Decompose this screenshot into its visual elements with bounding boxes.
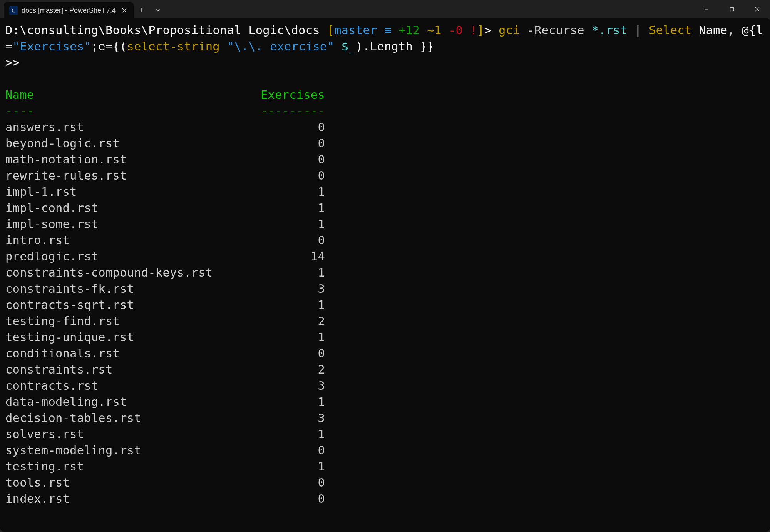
- cell-exercises: 0: [252, 491, 325, 507]
- cell-exercises: 1: [252, 426, 325, 442]
- table-header-underline: ---- ---------: [5, 103, 765, 119]
- cell-exercises: 14: [252, 248, 325, 265]
- cell-exercises: 3: [252, 378, 325, 394]
- table-row: contracts-sqrt.rst1: [5, 297, 765, 313]
- cell-exercises: 0: [252, 135, 325, 152]
- table-row: tools.rst0: [5, 475, 765, 491]
- tab-dropdown-button[interactable]: [150, 2, 166, 18]
- table-row: data-modeling.rst1: [5, 394, 765, 410]
- cell-name: intro.rst: [5, 232, 252, 248]
- git-behind: ~1: [427, 23, 441, 37]
- table-row: constraints.rst2: [5, 362, 765, 378]
- cell-name: contracts-sqrt.rst: [5, 297, 252, 313]
- prompt-path: D:\consulting\Books\Propositional Logic\…: [5, 23, 320, 37]
- cell-name: constraints-fk.rst: [5, 281, 252, 297]
- cell-name: index.rst: [5, 491, 252, 507]
- cell-name: testing-find.rst: [5, 313, 252, 329]
- table-row: rewrite-rules.rst0: [5, 168, 765, 184]
- cell-exercises: 1: [252, 265, 325, 281]
- tab-close-button[interactable]: [120, 6, 129, 15]
- minimize-button[interactable]: [694, 0, 719, 18]
- cell-name: system-modeling.rst: [5, 442, 252, 459]
- cell-exercises: 1: [252, 200, 325, 216]
- git-dirty: !: [470, 23, 477, 37]
- table-row: decision-tables.rst3: [5, 410, 765, 426]
- table-row: conditionals.rst0: [5, 345, 765, 362]
- header-name: Name: [5, 87, 252, 103]
- cell-exercises: 3: [252, 281, 325, 297]
- cell-name: impl-some.rst: [5, 216, 252, 232]
- cell-name: impl-cond.rst: [5, 200, 252, 216]
- table-row: constraints-fk.rst3: [5, 281, 765, 297]
- svg-rect-0: [730, 8, 734, 11]
- table-row: predlogic.rst14: [5, 248, 765, 265]
- cell-exercises: 0: [252, 152, 325, 168]
- cell-exercises: 0: [252, 345, 325, 362]
- header-exercises: Exercises: [252, 87, 325, 103]
- cell-exercises: 2: [252, 362, 325, 378]
- cell-name: constraints.rst: [5, 362, 252, 378]
- table-header: Name Exercises: [5, 87, 765, 103]
- tab-title: docs [master] - PowerShell 7.4: [22, 7, 116, 15]
- cell-name: conditionals.rst: [5, 345, 252, 362]
- cell-exercises: 1: [252, 297, 325, 313]
- table-row: index.rst0: [5, 491, 765, 507]
- cell-exercises: 1: [252, 459, 325, 475]
- table-row: impl-1.rst1: [5, 184, 765, 200]
- new-tab-button[interactable]: [134, 2, 150, 18]
- table-row: testing-unique.rst1: [5, 329, 765, 345]
- cell-name: beyond-logic.rst: [5, 135, 252, 152]
- tab-strip: docs [master] - PowerShell 7.4: [0, 0, 166, 18]
- cell-exercises: 1: [252, 184, 325, 200]
- cell-name: data-modeling.rst: [5, 394, 252, 410]
- cell-name: constraints-compound-keys.rst: [5, 265, 252, 281]
- cell-exercises: 0: [252, 168, 325, 184]
- cell-exercises: 3: [252, 410, 325, 426]
- active-tab[interactable]: docs [master] - PowerShell 7.4: [4, 2, 134, 18]
- window-titlebar: docs [master] - PowerShell 7.4: [0, 0, 770, 18]
- table-row: impl-cond.rst1: [5, 200, 765, 216]
- prompt-line: D:\consulting\Books\Propositional Logic\…: [5, 22, 765, 71]
- table-row: math-notation.rst0: [5, 152, 765, 168]
- table-row: beyond-logic.rst0: [5, 135, 765, 152]
- powershell-icon: [9, 6, 18, 15]
- cell-exercises: 0: [252, 475, 325, 491]
- cell-name: testing-unique.rst: [5, 329, 252, 345]
- table-row: intro.rst0: [5, 232, 765, 248]
- table-row: contracts.rst3: [5, 378, 765, 394]
- cell-name: math-notation.rst: [5, 152, 252, 168]
- cell-exercises: 1: [252, 394, 325, 410]
- cell-name: contracts.rst: [5, 378, 252, 394]
- cell-name: solvers.rst: [5, 426, 252, 442]
- table-row: answers.rst0: [5, 119, 765, 135]
- output-table: Name Exercises ---- --------- answers.rs…: [5, 87, 765, 507]
- terminal-content[interactable]: D:\consulting\Books\Propositional Logic\…: [0, 18, 770, 532]
- cell-name: impl-1.rst: [5, 184, 252, 200]
- cell-name: answers.rst: [5, 119, 252, 135]
- cell-exercises: 0: [252, 119, 325, 135]
- close-button[interactable]: [745, 0, 770, 18]
- cell-name: decision-tables.rst: [5, 410, 252, 426]
- table-row: testing-find.rst2: [5, 313, 765, 329]
- git-branch: master: [334, 23, 377, 37]
- table-row: testing.rst1: [5, 459, 765, 475]
- cell-name: tools.rst: [5, 475, 252, 491]
- cell-name: predlogic.rst: [5, 248, 252, 265]
- cell-exercises: 2: [252, 313, 325, 329]
- cell-name: rewrite-rules.rst: [5, 168, 252, 184]
- cell-exercises: 1: [252, 329, 325, 345]
- cell-name: testing.rst: [5, 459, 252, 475]
- cell-exercises: 0: [252, 232, 325, 248]
- table-row: system-modeling.rst0: [5, 442, 765, 459]
- git-gone: -0: [449, 23, 463, 37]
- table-row: impl-some.rst1: [5, 216, 765, 232]
- cell-exercises: 1: [252, 216, 325, 232]
- git-ahead: +12: [398, 23, 420, 37]
- table-row: solvers.rst1: [5, 426, 765, 442]
- continuation-prompt: >>: [5, 56, 20, 69]
- window-controls: [694, 0, 770, 18]
- cell-exercises: 0: [252, 442, 325, 459]
- table-row: constraints-compound-keys.rst1: [5, 265, 765, 281]
- maximize-button[interactable]: [719, 0, 745, 18]
